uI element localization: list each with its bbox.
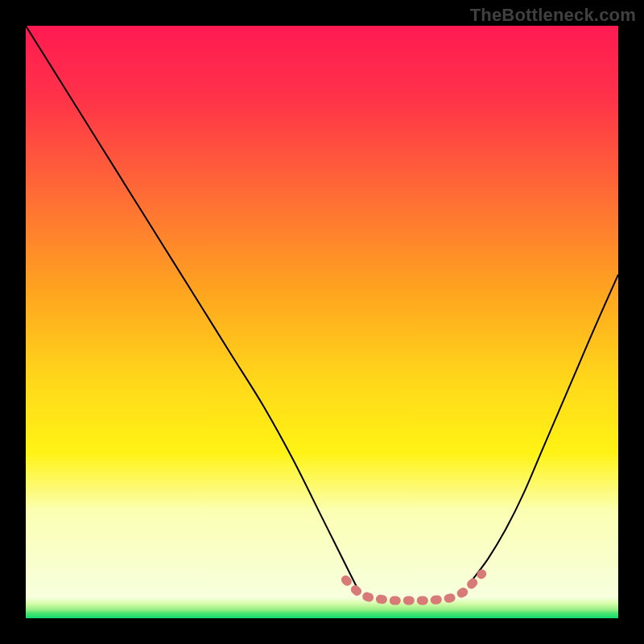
chart-frame: TheBottleneck.com (0, 0, 644, 644)
heat-gradient-bg (26, 26, 618, 618)
watermark-label: TheBottleneck.com (470, 5, 636, 26)
plot-area (26, 26, 618, 618)
bottleneck-chart (26, 26, 618, 618)
